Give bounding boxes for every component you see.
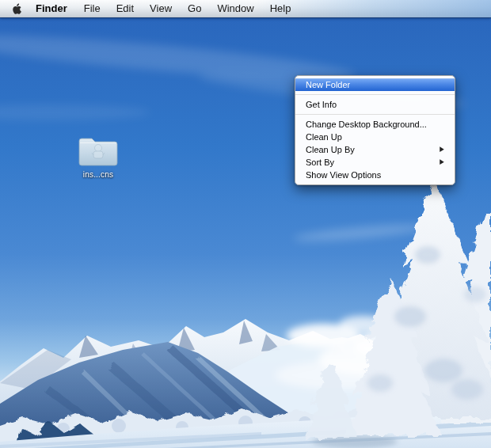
menu-item-label: Sort By [306,156,334,169]
menu-item-change-desktop-background[interactable]: Change Desktop Background... [295,118,455,131]
menu-item-label: Clean Up [306,131,342,143]
menu-item-sort-by[interactable]: Sort By ▶ [295,156,455,169]
menu-item-label: Get Info [306,98,337,111]
menubar-item-view[interactable]: View [142,0,180,17]
menu-bar: Finder File Edit View Go Window Help [0,0,491,17]
menubar-item-go[interactable]: Go [180,0,209,17]
desktop-context-menu: New Folder Get Info Change Desktop Backg… [295,75,455,185]
menu-item-clean-up[interactable]: Clean Up [295,131,455,143]
icon-label: ins...cns [83,170,113,179]
menu-item-clean-up-by[interactable]: Clean Up By ▶ [295,143,455,156]
menubar-item-file[interactable]: File [76,0,108,17]
menu-item-label: Clean Up By [306,143,355,156]
menu-item-label: Change Desktop Background... [306,118,427,131]
menu-item-new-folder[interactable]: New Folder [295,78,455,91]
desktop-icon-folder[interactable]: ins...cns [74,133,123,179]
menu-item-label: New Folder [306,79,350,91]
menubar-item-window[interactable]: Window [209,0,261,17]
menubar-item-edit[interactable]: Edit [108,0,142,17]
menu-separator [295,114,455,115]
apple-menu[interactable] [6,0,27,17]
menubar-item-finder[interactable]: Finder [27,0,76,17]
menubar-item-help[interactable]: Help [262,0,299,17]
menu-item-get-info[interactable]: Get Info [295,98,455,111]
menu-item-label: Show View Options [306,169,381,181]
menu-item-show-view-options[interactable]: Show View Options [295,169,455,181]
submenu-arrow-icon: ▶ [440,155,444,169]
submenu-arrow-icon: ▶ [440,142,444,157]
apple-icon [11,2,22,16]
folder-icon [77,133,120,168]
menu-separator [295,94,455,95]
